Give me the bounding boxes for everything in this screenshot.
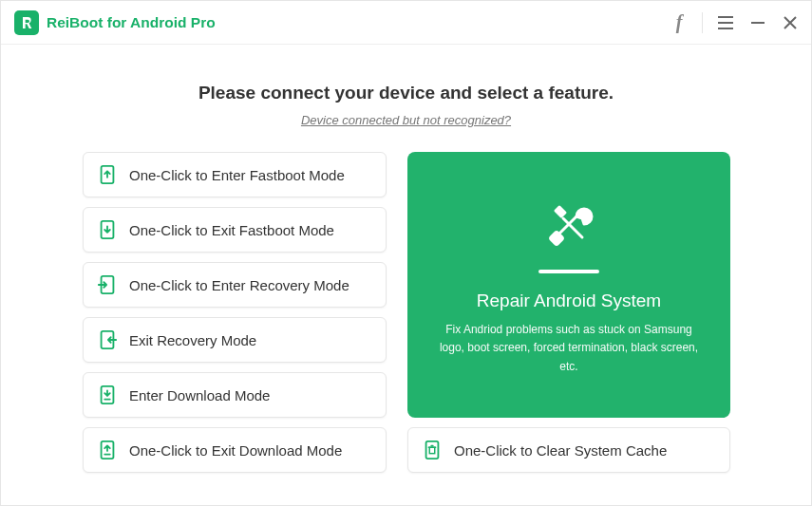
phone-download-icon [97, 384, 118, 405]
minimize-icon [751, 16, 765, 29]
tools-icon [538, 194, 599, 254]
option-label: One-Click to Exit Fastboot Mode [129, 222, 334, 238]
option-label: Enter Download Mode [129, 387, 270, 403]
option-exit-fastboot[interactable]: One-Click to Exit Fastboot Mode [83, 207, 387, 253]
phone-trash-icon [422, 440, 443, 460]
option-label: One-Click to Enter Recovery Mode [129, 277, 349, 293]
phone-arrow-out-icon [97, 329, 118, 350]
close-button[interactable] [775, 8, 805, 38]
hamburger-icon [718, 16, 733, 29]
facebook-icon: f [676, 11, 683, 33]
option-enter-download[interactable]: Enter Download Mode [83, 372, 387, 418]
option-enter-fastboot[interactable]: One-Click to Enter Fastboot Mode [83, 152, 387, 197]
svg-rect-3 [751, 22, 765, 24]
phone-arrow-in-icon [97, 274, 118, 295]
feature-divider [538, 270, 599, 273]
repair-android-system-card[interactable]: Repair Android System Fix Andriod proble… [407, 152, 730, 418]
option-label: One-Click to Exit Download Mode [129, 442, 342, 459]
titlebar-separator [702, 12, 703, 33]
option-label: Exit Recovery Mode [129, 332, 256, 348]
app-window: ReiBoot for Android Pro f Please connect… [0, 0, 812, 506]
menu-button[interactable] [710, 8, 741, 38]
option-exit-download[interactable]: One-Click to Exit Download Mode [83, 427, 387, 473]
option-exit-recovery[interactable]: Exit Recovery Mode [83, 317, 387, 363]
titlebar: ReiBoot for Android Pro f [1, 1, 811, 45]
option-label: One-Click to Clear System Cache [454, 442, 667, 459]
close-icon [784, 16, 797, 29]
feature-grid: One-Click to Enter Fastboot Mode Repair … [83, 152, 729, 473]
option-enter-recovery[interactable]: One-Click to Enter Recovery Mode [83, 262, 387, 308]
app-logo-icon [14, 10, 39, 35]
svg-rect-11 [426, 441, 439, 459]
page-headline: Please connect your device and select a … [83, 83, 729, 103]
svg-rect-0 [718, 16, 733, 18]
facebook-button[interactable]: f [664, 8, 694, 38]
device-not-recognized-link[interactable]: Device connected but not recognized? [83, 113, 729, 127]
app-title: ReiBoot for Android Pro [47, 14, 216, 31]
phone-download-out-icon [97, 440, 118, 460]
main-content: Please connect your device and select a … [1, 45, 811, 501]
minimize-button[interactable] [743, 8, 773, 38]
option-label: One-Click to Enter Fastboot Mode [129, 167, 345, 183]
svg-rect-2 [718, 28, 733, 29]
svg-rect-12 [429, 447, 435, 453]
option-clear-cache[interactable]: One-Click to Clear System Cache [407, 427, 730, 473]
phone-arrow-up-icon [97, 164, 118, 185]
phone-arrow-down-icon [97, 219, 118, 240]
titlebar-buttons: f [664, 8, 805, 38]
feature-description: Fix Andriod problems such as stuck on Sa… [434, 321, 704, 376]
brand: ReiBoot for Android Pro [14, 10, 216, 35]
feature-title: Repair Android System [477, 290, 661, 311]
svg-rect-1 [718, 22, 733, 24]
